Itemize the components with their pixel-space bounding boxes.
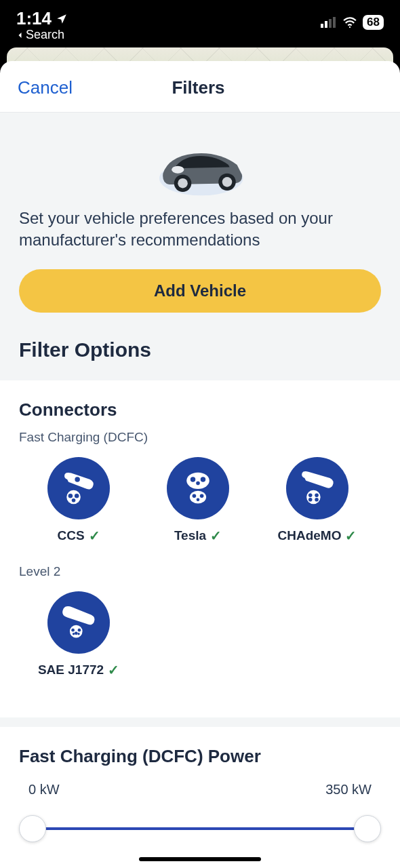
connectors-section: Connectors Fast Charging (DCFC) CCS✓ Tes…: [0, 380, 400, 717]
svg-point-30: [71, 629, 75, 632]
cellular-icon: [321, 17, 337, 28]
check-icon: ✓: [210, 528, 222, 544]
svg-point-29: [70, 625, 83, 638]
svg-point-23: [197, 498, 200, 501]
svg-point-15: [72, 498, 76, 502]
slider-labels: 0 kW 350 kW: [19, 782, 381, 797]
svg-point-25: [308, 493, 313, 497]
level2-label: Level 2: [19, 564, 381, 579]
filter-options-header: Filter Options: [0, 332, 400, 380]
back-caret-icon: [16, 31, 24, 39]
svg-rect-0: [321, 24, 323, 28]
connector-chademo[interactable]: CHAdeMO✓: [258, 457, 377, 544]
fast-connector-row: CCS✓ Tesla✓ CHAdeMO✓: [19, 457, 381, 544]
svg-point-28: [315, 498, 319, 502]
connector-j1772[interactable]: SAE J1772✓: [19, 591, 138, 678]
svg-point-33: [73, 633, 75, 635]
svg-point-10: [222, 177, 233, 187]
car-illustration-icon: [149, 130, 251, 198]
check-icon: ✓: [89, 528, 100, 544]
connector-label: Tesla: [174, 528, 206, 543]
level2-connector-row: SAE J1772✓: [19, 591, 381, 678]
home-indicator[interactable]: [139, 857, 261, 861]
filters-sheet: Cancel Filters Set your vehicle preferen…: [0, 61, 400, 868]
check-icon: ✓: [345, 528, 357, 544]
svg-point-26: [315, 493, 319, 497]
connector-ccs[interactable]: CCS✓: [19, 457, 138, 544]
svg-point-6: [172, 166, 184, 174]
connector-label: SAE J1772: [38, 663, 104, 677]
svg-point-31: [78, 629, 81, 632]
svg-point-34: [77, 633, 79, 635]
svg-rect-1: [325, 21, 327, 28]
vehicle-prompt-text: Set your vehicle preferences based on yo…: [19, 208, 381, 252]
fast-charging-label: Fast Charging (DCFC): [19, 430, 381, 445]
power-max-label: 350 kW: [325, 782, 372, 797]
svg-point-17: [191, 477, 195, 481]
back-to-search[interactable]: Search: [16, 28, 68, 42]
svg-point-14: [75, 494, 79, 498]
ccs-icon: [47, 457, 110, 519]
location-arrow-icon: [56, 13, 68, 25]
sheet-header: Cancel Filters: [0, 61, 400, 113]
power-section: Fast Charging (DCFC) Power 0 kW 350 kW: [0, 727, 400, 842]
battery-level: 68: [363, 15, 384, 30]
svg-point-8: [178, 178, 188, 189]
connector-tesla[interactable]: Tesla✓: [138, 457, 258, 544]
sheet-title: Filters: [172, 77, 224, 98]
slider-track: [33, 827, 367, 830]
svg-point-19: [196, 481, 200, 486]
power-title: Fast Charging (DCFC) Power: [19, 746, 381, 767]
filter-options-title: Filter Options: [19, 338, 381, 361]
svg-point-18: [201, 477, 205, 481]
power-min-label: 0 kW: [28, 782, 60, 797]
svg-point-24: [306, 490, 321, 505]
svg-point-16: [186, 472, 209, 488]
section-divider: [0, 717, 400, 727]
chademo-icon: [286, 457, 348, 519]
slider-handle-min[interactable]: [19, 815, 46, 842]
j1772-icon: [47, 591, 110, 654]
svg-point-20: [190, 491, 206, 504]
add-vehicle-button[interactable]: Add Vehicle: [19, 269, 381, 313]
svg-point-27: [308, 498, 313, 502]
cancel-button[interactable]: Cancel: [18, 77, 73, 98]
status-time: 1:14: [16, 8, 68, 29]
connector-label: CHAdeMO: [278, 528, 342, 543]
svg-point-32: [75, 631, 78, 635]
svg-point-22: [200, 494, 204, 498]
wifi-icon: [342, 17, 357, 28]
tesla-icon: [167, 457, 229, 519]
connector-label: CCS: [57, 528, 84, 543]
slider-handle-max[interactable]: [354, 815, 381, 842]
svg-point-21: [193, 494, 197, 498]
svg-point-11: [75, 477, 79, 481]
power-slider[interactable]: [33, 815, 367, 842]
svg-point-13: [68, 494, 73, 498]
svg-rect-3: [333, 17, 336, 28]
check-icon: ✓: [108, 662, 119, 678]
svg-point-4: [349, 26, 351, 28]
status-right: 68: [321, 15, 384, 30]
vehicle-preferences-section: Set your vehicle preferences based on yo…: [0, 113, 400, 332]
svg-rect-2: [329, 19, 332, 28]
connectors-title: Connectors: [19, 399, 381, 420]
status-bar: 1:14 Search 68: [0, 0, 400, 47]
